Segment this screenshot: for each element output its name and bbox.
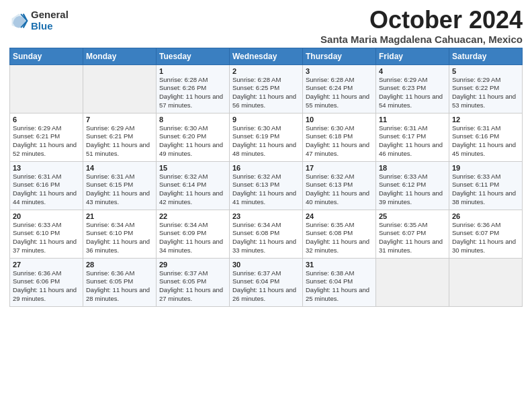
calendar-cell: 25Sunrise: 6:35 AMSunset: 6:07 PMDayligh… xyxy=(376,210,449,258)
week-row-2: 6Sunrise: 6:29 AMSunset: 6:21 PMDaylight… xyxy=(10,113,523,161)
calendar-cell: 24Sunrise: 6:35 AMSunset: 6:08 PMDayligh… xyxy=(303,210,376,258)
calendar-cell: 8Sunrise: 6:30 AMSunset: 6:20 PMDaylight… xyxy=(157,113,230,161)
day-number: 18 xyxy=(379,164,446,172)
logo-icon xyxy=(9,11,28,30)
day-number: 17 xyxy=(306,164,373,172)
day-number: 19 xyxy=(452,164,519,172)
calendar-cell: 14Sunrise: 6:31 AMSunset: 6:15 PMDayligh… xyxy=(83,161,157,210)
calendar-cell: 10Sunrise: 6:30 AMSunset: 6:18 PMDayligh… xyxy=(303,113,376,161)
calendar-cell xyxy=(449,258,523,306)
day-number: 20 xyxy=(13,212,80,220)
cell-info: Sunrise: 6:29 AMSunset: 6:21 PMDaylight:… xyxy=(86,124,153,158)
calendar-cell: 15Sunrise: 6:32 AMSunset: 6:14 PMDayligh… xyxy=(157,161,230,210)
cell-info: Sunrise: 6:29 AMSunset: 6:23 PMDaylight:… xyxy=(379,76,446,110)
calendar-cell: 1Sunrise: 6:28 AMSunset: 6:26 PMDaylight… xyxy=(157,64,230,113)
calendar-cell: 11Sunrise: 6:31 AMSunset: 6:17 PMDayligh… xyxy=(376,113,449,161)
calendar-page: General Blue October 2024 Santa Maria Ma… xyxy=(0,0,532,411)
day-header-saturday: Saturday xyxy=(449,48,523,64)
day-header-wednesday: Wednesday xyxy=(230,48,303,64)
cell-info: Sunrise: 6:31 AMSunset: 6:15 PMDaylight:… xyxy=(86,173,153,207)
cell-info: Sunrise: 6:34 AMSunset: 6:10 PMDaylight:… xyxy=(86,221,153,255)
calendar-cell: 7Sunrise: 6:29 AMSunset: 6:21 PMDaylight… xyxy=(83,113,157,161)
cell-info: Sunrise: 6:28 AMSunset: 6:25 PMDaylight:… xyxy=(232,76,300,110)
cell-info: Sunrise: 6:28 AMSunset: 6:24 PMDaylight:… xyxy=(306,76,373,110)
day-number: 28 xyxy=(86,261,153,269)
cell-info: Sunrise: 6:30 AMSunset: 6:20 PMDaylight:… xyxy=(159,124,226,158)
day-number: 1 xyxy=(159,67,226,75)
cell-info: Sunrise: 6:33 AMSunset: 6:11 PMDaylight:… xyxy=(452,173,519,207)
calendar-cell: 3Sunrise: 6:28 AMSunset: 6:24 PMDaylight… xyxy=(303,64,376,113)
calendar-cell: 4Sunrise: 6:29 AMSunset: 6:23 PMDaylight… xyxy=(376,64,449,113)
calendar-cell: 28Sunrise: 6:36 AMSunset: 6:05 PMDayligh… xyxy=(83,258,157,306)
day-number: 6 xyxy=(13,116,80,124)
day-number: 21 xyxy=(86,212,153,220)
calendar-cell: 19Sunrise: 6:33 AMSunset: 6:11 PMDayligh… xyxy=(449,161,523,210)
day-header-tuesday: Tuesday xyxy=(157,48,230,64)
calendar-cell: 9Sunrise: 6:30 AMSunset: 6:19 PMDaylight… xyxy=(230,113,303,161)
day-number: 24 xyxy=(306,212,373,220)
day-number: 29 xyxy=(159,261,226,269)
cell-info: Sunrise: 6:33 AMSunset: 6:10 PMDaylight:… xyxy=(13,221,80,255)
days-header-row: SundayMondayTuesdayWednesdayThursdayFrid… xyxy=(10,48,523,64)
cell-info: Sunrise: 6:30 AMSunset: 6:19 PMDaylight:… xyxy=(232,124,300,158)
cell-info: Sunrise: 6:31 AMSunset: 6:17 PMDaylight:… xyxy=(379,124,446,158)
calendar-cell: 5Sunrise: 6:29 AMSunset: 6:22 PMDaylight… xyxy=(449,64,523,113)
day-number: 16 xyxy=(232,164,300,172)
day-header-thursday: Thursday xyxy=(303,48,376,64)
calendar-cell xyxy=(83,64,157,113)
day-number: 10 xyxy=(306,116,373,124)
calendar-cell: 26Sunrise: 6:36 AMSunset: 6:07 PMDayligh… xyxy=(449,210,523,258)
day-number: 14 xyxy=(86,164,153,172)
calendar-table: SundayMondayTuesdayWednesdayThursdayFrid… xyxy=(9,48,523,307)
logo-general: General xyxy=(31,9,69,21)
day-number: 2 xyxy=(232,67,300,75)
calendar-cell: 6Sunrise: 6:29 AMSunset: 6:21 PMDaylight… xyxy=(10,113,83,161)
cell-info: Sunrise: 6:36 AMSunset: 6:05 PMDaylight:… xyxy=(86,269,153,304)
week-row-3: 13Sunrise: 6:31 AMSunset: 6:16 PMDayligh… xyxy=(10,161,523,210)
day-number: 8 xyxy=(159,116,226,124)
day-number: 4 xyxy=(379,67,446,75)
calendar-cell: 13Sunrise: 6:31 AMSunset: 6:16 PMDayligh… xyxy=(10,161,83,210)
calendar-cell: 17Sunrise: 6:32 AMSunset: 6:13 PMDayligh… xyxy=(303,161,376,210)
day-number: 25 xyxy=(379,212,446,220)
day-number: 22 xyxy=(159,212,226,220)
cell-info: Sunrise: 6:34 AMSunset: 6:09 PMDaylight:… xyxy=(159,221,226,255)
day-number: 9 xyxy=(232,116,300,124)
cell-info: Sunrise: 6:36 AMSunset: 6:07 PMDaylight:… xyxy=(452,221,519,255)
calendar-cell: 12Sunrise: 6:31 AMSunset: 6:16 PMDayligh… xyxy=(449,113,523,161)
day-number: 13 xyxy=(13,164,80,172)
cell-info: Sunrise: 6:37 AMSunset: 6:05 PMDaylight:… xyxy=(159,269,226,304)
calendar-cell: 18Sunrise: 6:33 AMSunset: 6:12 PMDayligh… xyxy=(376,161,449,210)
logo-text: General Blue xyxy=(31,9,69,32)
day-number: 31 xyxy=(306,261,373,269)
cell-info: Sunrise: 6:36 AMSunset: 6:06 PMDaylight:… xyxy=(13,269,80,304)
cell-info: Sunrise: 6:29 AMSunset: 6:21 PMDaylight:… xyxy=(13,124,80,158)
day-header-friday: Friday xyxy=(376,48,449,64)
week-row-1: 1Sunrise: 6:28 AMSunset: 6:26 PMDaylight… xyxy=(10,64,523,113)
cell-info: Sunrise: 6:32 AMSunset: 6:14 PMDaylight:… xyxy=(159,173,226,207)
calendar-cell: 22Sunrise: 6:34 AMSunset: 6:09 PMDayligh… xyxy=(157,210,230,258)
location-title: Santa Maria Magdalena Cahuacan, Mexico xyxy=(320,34,523,45)
cell-info: Sunrise: 6:30 AMSunset: 6:18 PMDaylight:… xyxy=(306,124,373,158)
day-header-sunday: Sunday xyxy=(10,48,83,64)
day-number: 30 xyxy=(232,261,300,269)
day-number: 11 xyxy=(379,116,446,124)
cell-info: Sunrise: 6:31 AMSunset: 6:16 PMDaylight:… xyxy=(13,173,80,207)
day-header-monday: Monday xyxy=(83,48,157,64)
calendar-cell: 16Sunrise: 6:32 AMSunset: 6:13 PMDayligh… xyxy=(230,161,303,210)
calendar-cell: 2Sunrise: 6:28 AMSunset: 6:25 PMDaylight… xyxy=(230,64,303,113)
calendar-cell xyxy=(376,258,449,306)
calendar-cell: 29Sunrise: 6:37 AMSunset: 6:05 PMDayligh… xyxy=(157,258,230,306)
month-title: October 2024 xyxy=(320,7,523,34)
header: General Blue October 2024 Santa Maria Ma… xyxy=(9,7,523,45)
cell-info: Sunrise: 6:28 AMSunset: 6:26 PMDaylight:… xyxy=(159,76,226,110)
cell-info: Sunrise: 6:35 AMSunset: 6:08 PMDaylight:… xyxy=(306,221,373,255)
cell-info: Sunrise: 6:29 AMSunset: 6:22 PMDaylight:… xyxy=(452,76,519,110)
cell-info: Sunrise: 6:35 AMSunset: 6:07 PMDaylight:… xyxy=(379,221,446,255)
day-number: 12 xyxy=(452,116,519,124)
cell-info: Sunrise: 6:32 AMSunset: 6:13 PMDaylight:… xyxy=(232,173,300,207)
calendar-cell: 23Sunrise: 6:34 AMSunset: 6:08 PMDayligh… xyxy=(230,210,303,258)
day-number: 3 xyxy=(306,67,373,75)
day-number: 26 xyxy=(452,212,519,220)
title-block: October 2024 Santa Maria Magdalena Cahua… xyxy=(320,7,523,45)
